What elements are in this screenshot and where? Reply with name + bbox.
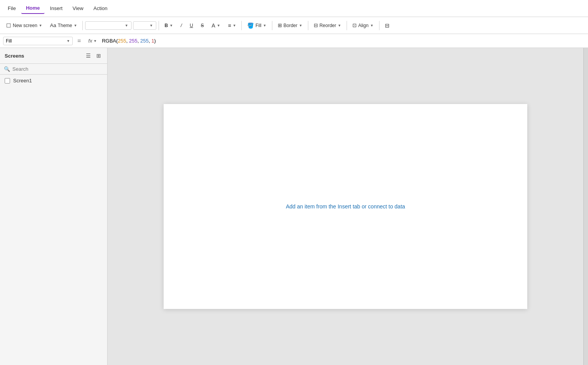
strikethrough-button[interactable]: S [198,21,207,30]
canvas-hint-insert: Add an item from the Insert tab [286,203,360,210]
align2-chevron-icon: ▼ [370,24,374,27]
screen1-checkbox[interactable] [5,78,10,84]
font-size-dropdown[interactable]: ▼ [133,21,156,30]
new-screen-label: New screen [13,23,37,28]
font-color-button[interactable]: A ▼ [209,20,223,31]
sidebar-search: 🔍 [0,64,107,75]
right-edge-button[interactable]: ⊟ [382,20,393,31]
right-ruler [583,48,588,365]
property-dropdown[interactable]: Fill ▼ [3,37,73,45]
separator-7 [379,21,379,30]
menu-view[interactable]: View [68,3,88,14]
rgba-comma3: , [149,38,151,44]
search-input[interactable] [12,66,103,72]
new-screen-icon: ☐ [6,22,11,29]
theme-label: Theme [58,23,72,28]
menu-insert[interactable]: Insert [45,3,67,14]
align-icon: ≡ [228,22,231,29]
fx-label: fx [88,38,92,44]
border-label: Border [284,23,297,28]
font-color-icon: A [212,22,215,29]
font-color-chevron-icon: ▼ [217,24,220,27]
align-button[interactable]: ≡ ▼ [225,20,239,31]
border-icon: ⊞ [278,22,282,28]
search-icon: 🔍 [4,66,10,72]
rgba-suffix: ) [154,38,156,44]
list-view-icon: ☰ [86,53,91,59]
new-screen-chevron-icon: ▼ [39,24,42,27]
italic-button[interactable]: / [178,21,185,30]
property-value: Fill [6,38,12,44]
list-view-button[interactable]: ☰ [84,52,92,60]
bold-button[interactable]: B ▼ [161,21,176,30]
separator-4 [272,21,272,30]
menu-file[interactable]: File [3,3,21,14]
theme-chevron-icon: ▼ [74,24,77,27]
font-family-dropdown[interactable]: ▼ [85,21,132,30]
separator-3 [241,21,242,30]
strikethrough-label: S [201,23,204,28]
rgba-val2: 255 [129,38,138,44]
grid-view-button[interactable]: ⊞ [95,52,103,60]
fill-icon: 🪣 [247,22,254,29]
italic-label: / [181,23,182,28]
underline-button[interactable]: U [186,21,196,30]
fill-button[interactable]: 🪣 Fill ▼ [244,20,269,31]
reorder-button[interactable]: ⊟ Reorder ▼ [311,20,344,30]
rgba-comma1: , [126,38,129,44]
menu-bar: File Home Insert View Action [0,0,588,17]
theme-icon: Aa [50,22,56,28]
screen1-item[interactable]: Screen1 [0,75,107,87]
fx-button[interactable]: fx ▼ [85,36,99,45]
separator-5 [308,21,308,30]
reorder-label: Reorder [320,23,336,28]
font-size-chevron-icon: ▼ [150,24,153,27]
fill-label: Fill [255,23,261,28]
canvas-hint-connect[interactable]: connect to data [368,203,405,210]
rgba-comma2: , [137,38,140,44]
bold-chevron-icon: ▼ [169,24,173,27]
toolbar: ☐ New screen ▼ Aa Theme ▼ ▼ ▼ B ▼ / U S … [0,17,588,34]
bold-label: B [164,23,168,28]
right-edge-icon: ⊟ [385,22,390,29]
fill-chevron-icon: ▼ [263,24,267,27]
border-chevron-icon: ▼ [299,24,303,27]
reorder-chevron-icon: ▼ [338,24,341,27]
sidebar-header: Screens ☰ ⊞ [0,48,107,64]
rgba-val4: 1 [151,38,154,44]
align-chevron-icon: ▼ [233,24,236,27]
border-button[interactable]: ⊞ Border ▼ [275,20,306,30]
menu-home[interactable]: Home [21,3,44,14]
menu-action[interactable]: Action [89,3,112,14]
sidebar: Screens ☰ ⊞ 🔍 Screen1 [0,48,108,365]
canvas-area[interactable]: Add an item from the Insert tab or conne… [108,48,583,365]
sidebar-title: Screens [5,53,24,59]
theme-button[interactable]: Aa Theme ▼ [47,20,80,30]
align2-label: Align [358,23,369,28]
formula-bar: Fill ▼ = fx ▼ RGBA(255, 255, 255, 1) [0,34,588,48]
grid-view-icon: ⊞ [96,53,101,59]
rgba-prefix: RGBA( [102,38,118,44]
formula-input-area[interactable]: RGBA(255, 255, 255, 1) [102,38,585,44]
align2-button[interactable]: ⊡ Align ▼ [349,20,377,30]
new-screen-button[interactable]: ☐ New screen ▼ [3,20,45,31]
rgba-val3: 255 [140,38,149,44]
align2-icon: ⊡ [352,22,357,28]
main-area: Screens ☰ ⊞ 🔍 Screen1 Add an item from t… [0,48,588,365]
reorder-icon: ⊟ [314,22,318,28]
sidebar-header-icons: ☰ ⊞ [84,52,103,60]
underline-label: U [190,23,193,28]
font-family-chevron-icon: ▼ [125,24,128,27]
separator-2 [159,21,159,30]
canvas-sheet: Add an item from the Insert tab or conne… [164,104,527,309]
canvas-hint-or: or [360,203,368,210]
screen1-label: Screen1 [13,78,32,84]
equals-sign: = [75,38,83,44]
rgba-val1: 255 [118,38,126,44]
separator-6 [347,21,347,30]
fx-chevron-icon: ▼ [93,39,97,43]
separator-1 [82,21,83,30]
property-dropdown-chevron: ▼ [67,39,70,43]
canvas-hint: Add an item from the Insert tab or conne… [286,203,405,210]
